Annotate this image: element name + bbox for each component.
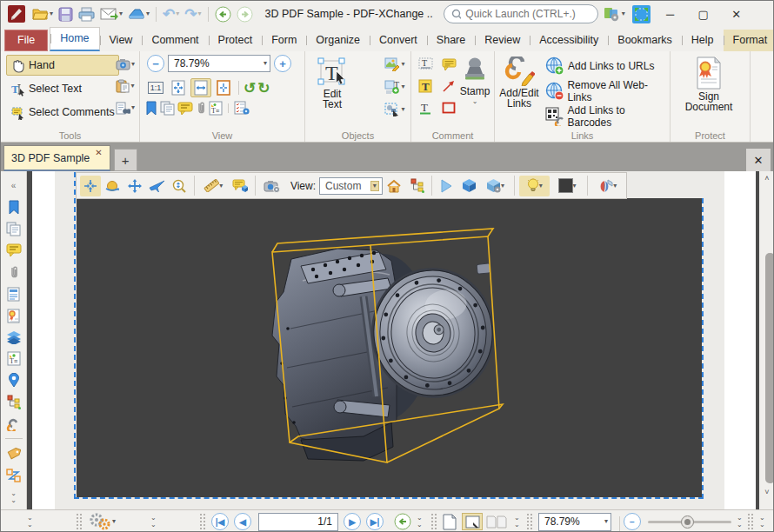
- fit-width-button[interactable]: [190, 78, 211, 97]
- statusbar-more-2-icon[interactable]: ⌄⌄: [150, 513, 157, 530]
- previous-view-button[interactable]: [394, 513, 411, 530]
- 3d-render-mode-button[interactable]: ▾: [481, 176, 510, 196]
- select-text-button[interactable]: T Select Text: [6, 78, 119, 99]
- redo-button[interactable]: ↷ ▾: [183, 6, 203, 23]
- snapshot-button[interactable]: ▾: [115, 55, 136, 74]
- rotate-left-button[interactable]: ↺: [244, 81, 256, 96]
- rectangle-tool-button[interactable]: [438, 98, 459, 117]
- sidebar-more-icon[interactable]: ⌄⌄: [3, 486, 25, 508]
- render-mode-dropdown-icon[interactable]: ▾: [501, 183, 504, 190]
- 3d-viewport[interactable]: [77, 198, 702, 497]
- statusbar-more-6-icon[interactable]: ⌄⌄: [759, 513, 765, 530]
- scrollbar-thumb[interactable]: [765, 253, 774, 483]
- sticky-note-tool-button[interactable]: [438, 55, 459, 74]
- remove-all-web-links-button[interactable]: Remove All Web-Links: [545, 79, 670, 103]
- zoom-slider-thumb[interactable]: [681, 515, 694, 529]
- 3d-spin-tool-button[interactable]: [103, 176, 123, 196]
- vertical-scrollbar[interactable]: ˄ ˅: [756, 171, 774, 509]
- tab-format[interactable]: Format: [724, 30, 774, 51]
- email-button[interactable]: ▾: [98, 6, 124, 23]
- tags-pane-button[interactable]: [3, 442, 25, 464]
- content-pane-button[interactable]: T≡: [3, 349, 25, 370]
- tab-convert[interactable]: Convert: [370, 30, 427, 51]
- zoom-level-combo[interactable]: 78.79% ▾: [168, 55, 270, 72]
- next-page-button[interactable]: ▶: [344, 513, 361, 530]
- thumbnails-view-icon[interactable]: [160, 101, 175, 116]
- close-document-button[interactable]: ✕: [746, 149, 771, 171]
- tab-home[interactable]: Home: [50, 27, 99, 51]
- text-box-tool-button[interactable]: T: [415, 76, 436, 96]
- fullscreen-button[interactable]: [631, 3, 652, 25]
- layout-grip[interactable]: [430, 513, 438, 530]
- zoom-combo-dropdown-icon[interactable]: ▾: [264, 60, 267, 67]
- rotate-right-button[interactable]: ↻: [257, 81, 270, 96]
- lighting-dropdown-icon[interactable]: ▾: [539, 183, 543, 190]
- view-preset-dropdown-icon[interactable]: ▾: [370, 181, 379, 191]
- thumbnails-pane-button[interactable]: [3, 218, 25, 240]
- forward-button[interactable]: [235, 4, 255, 24]
- right-grip[interactable]: [747, 513, 755, 530]
- 3d-cross-section-button[interactable]: ▾: [592, 176, 623, 196]
- 3d-lighting-button[interactable]: ▾: [519, 176, 550, 196]
- order-pane-button[interactable]: [3, 464, 25, 486]
- measure-dropdown-icon[interactable]: ▾: [219, 183, 223, 190]
- zoom-out-button[interactable]: −: [147, 55, 164, 72]
- fields-pane-button[interactable]: [3, 283, 25, 305]
- page-number-box[interactable]: 1/1: [258, 513, 338, 530]
- redo-dropdown-icon[interactable]: ▾: [198, 10, 202, 17]
- statusbar-more-4-icon[interactable]: ⌄⌄: [514, 513, 520, 530]
- 3d-zoom-tool-button[interactable]: [169, 176, 190, 196]
- last-page-button[interactable]: ▶|: [366, 513, 384, 530]
- scroll-down-icon[interactable]: ˅: [759, 488, 774, 496]
- zoom-in-button[interactable]: +: [274, 55, 291, 72]
- tab-protect[interactable]: Protect: [209, 30, 263, 51]
- attachments-pane-button[interactable]: [3, 262, 25, 283]
- statusbar-zoom-dropdown-icon[interactable]: ▾: [604, 518, 608, 525]
- add-links-to-urls-button[interactable]: Add Links to URLs: [545, 54, 670, 77]
- attachments-view-icon[interactable]: [196, 101, 206, 116]
- tab-view[interactable]: View: [100, 30, 143, 51]
- zoom-slider[interactable]: [648, 513, 731, 530]
- underline-text-tool-button[interactable]: T: [415, 98, 436, 117]
- paste-dropdown-icon[interactable]: ▾: [130, 83, 134, 90]
- zoom-grip[interactable]: [526, 513, 534, 530]
- panel-splitter[interactable]: [27, 171, 32, 509]
- minimize-button[interactable]: ─: [656, 3, 685, 24]
- document-tab-active[interactable]: 3D PDF Sample ✕: [3, 145, 110, 171]
- edit-text-button[interactable]: T Edit Text: [310, 54, 354, 113]
- first-page-button[interactable]: |◀: [211, 513, 229, 530]
- stamp-dropdown-icon[interactable]: ⌄: [472, 98, 478, 105]
- tab-bookmarks[interactable]: Bookmarks: [608, 30, 682, 51]
- bookmarks-view-icon[interactable]: [145, 101, 157, 116]
- links-pane-button[interactable]: [3, 413, 25, 435]
- find-dropdown-icon[interactable]: ▾: [131, 104, 135, 111]
- add-edit-links-button[interactable]: Add/Edit Links: [497, 53, 542, 112]
- destinations-pane-button[interactable]: [3, 369, 25, 391]
- tab-share[interactable]: Share: [427, 30, 475, 51]
- new-tab-button[interactable]: +: [114, 149, 137, 171]
- 3d-rotate-tool-button[interactable]: [80, 176, 101, 196]
- model-tree-pane-button[interactable]: [3, 391, 25, 413]
- page-content-icon[interactable]: T≡: [209, 101, 223, 116]
- 3d-model-tree-button[interactable]: [406, 176, 427, 196]
- statusbar-zoom-combo[interactable]: 78.79%▾: [538, 513, 611, 530]
- ui-options-button[interactable]: ▾: [602, 4, 627, 23]
- add-objects-button[interactable]: T ▾: [384, 77, 405, 96]
- checklist-options-icon[interactable]: [234, 101, 250, 116]
- two-page-layout-button[interactable]: [486, 513, 507, 530]
- 3d-play-animation-button[interactable]: [437, 176, 457, 196]
- undo-dropdown-icon[interactable]: ▾: [176, 10, 179, 17]
- statusbar-zoom-out-button[interactable]: −: [624, 513, 641, 530]
- tab-review[interactable]: Review: [475, 30, 530, 51]
- cross-section-dropdown-icon[interactable]: ▾: [613, 183, 617, 190]
- open-button[interactable]: ▾: [30, 5, 55, 23]
- select-comments-button[interactable]: Select Comments: [6, 102, 119, 123]
- quick-launch-input[interactable]: [465, 8, 590, 20]
- tab-file[interactable]: File: [4, 30, 48, 51]
- toolbar-grip[interactable]: [76, 513, 83, 530]
- 3d-fly-tool-button[interactable]: [147, 176, 168, 196]
- scan-button[interactable]: ▾: [126, 6, 151, 22]
- stamp-button[interactable]: Stamp ⌄: [457, 53, 492, 109]
- arrow-tool-button[interactable]: [438, 76, 459, 96]
- zoom-slider-track[interactable]: [648, 521, 731, 523]
